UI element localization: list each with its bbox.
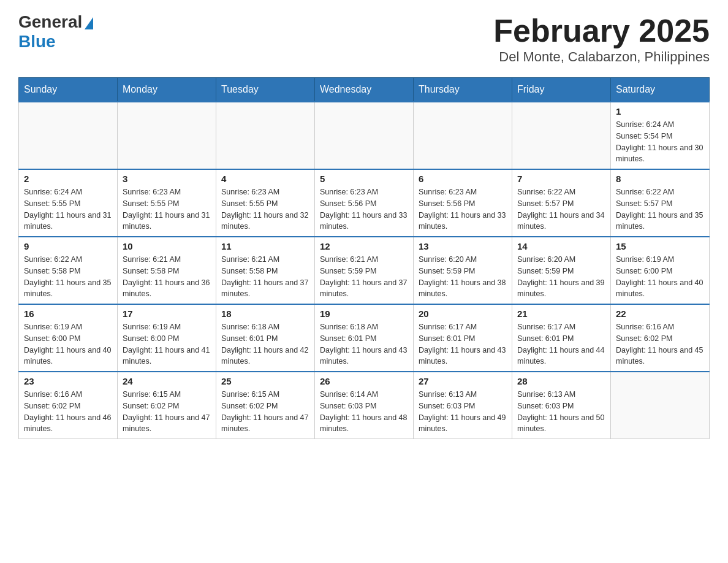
day-number: 3 <box>123 174 211 184</box>
table-row: 19Sunrise: 6:18 AM Sunset: 6:01 PM Dayli… <box>315 304 414 372</box>
day-info: Sunrise: 6:16 AM Sunset: 6:02 PM Dayligh… <box>616 321 704 367</box>
table-row: 1Sunrise: 6:24 AM Sunset: 5:54 PM Daylig… <box>611 102 710 169</box>
table-row: 26Sunrise: 6:14 AM Sunset: 6:03 PM Dayli… <box>315 372 414 439</box>
day-info: Sunrise: 6:21 AM Sunset: 5:58 PM Dayligh… <box>221 254 309 300</box>
table-row: 20Sunrise: 6:17 AM Sunset: 6:01 PM Dayli… <box>414 304 512 372</box>
day-number: 17 <box>123 308 211 319</box>
col-tuesday: Tuesday <box>216 78 315 102</box>
day-number: 6 <box>419 174 507 184</box>
table-row: 3Sunrise: 6:23 AM Sunset: 5:55 PM Daylig… <box>118 169 216 237</box>
col-saturday: Saturday <box>611 78 710 102</box>
day-number: 5 <box>320 174 408 184</box>
table-row <box>216 102 315 169</box>
day-number: 28 <box>517 376 605 386</box>
day-info: Sunrise: 6:23 AM Sunset: 5:55 PM Dayligh… <box>123 186 211 232</box>
table-row: 17Sunrise: 6:19 AM Sunset: 6:00 PM Dayli… <box>118 304 216 372</box>
day-info: Sunrise: 6:18 AM Sunset: 6:01 PM Dayligh… <box>320 321 408 367</box>
table-row: 27Sunrise: 6:13 AM Sunset: 6:03 PM Dayli… <box>414 372 512 439</box>
table-row <box>611 372 710 439</box>
day-number: 11 <box>221 241 309 251</box>
calendar-table: Sunday Monday Tuesday Wednesday Thursday… <box>18 77 710 439</box>
table-row: 25Sunrise: 6:15 AM Sunset: 6:02 PM Dayli… <box>216 372 315 439</box>
table-row <box>118 102 216 169</box>
calendar-week-row: 9Sunrise: 6:22 AM Sunset: 5:58 PM Daylig… <box>19 237 710 304</box>
table-row: 14Sunrise: 6:20 AM Sunset: 5:59 PM Dayli… <box>512 237 611 304</box>
day-info: Sunrise: 6:20 AM Sunset: 5:59 PM Dayligh… <box>419 254 507 300</box>
day-info: Sunrise: 6:17 AM Sunset: 6:01 PM Dayligh… <box>517 321 605 367</box>
table-row <box>414 102 512 169</box>
day-info: Sunrise: 6:23 AM Sunset: 5:56 PM Dayligh… <box>320 186 408 232</box>
table-row: 4Sunrise: 6:23 AM Sunset: 5:55 PM Daylig… <box>216 169 315 237</box>
table-row: 28Sunrise: 6:13 AM Sunset: 6:03 PM Dayli… <box>512 372 611 439</box>
calendar-week-row: 23Sunrise: 6:16 AM Sunset: 6:02 PM Dayli… <box>19 372 710 439</box>
day-number: 18 <box>221 308 309 319</box>
page-title: February 2025 <box>493 12 710 49</box>
table-row <box>512 102 611 169</box>
day-number: 2 <box>24 174 112 184</box>
day-number: 15 <box>616 241 704 251</box>
table-row: 13Sunrise: 6:20 AM Sunset: 5:59 PM Dayli… <box>414 237 512 304</box>
day-number: 27 <box>419 376 507 386</box>
table-row: 23Sunrise: 6:16 AM Sunset: 6:02 PM Dayli… <box>19 372 118 439</box>
day-number: 22 <box>616 308 704 319</box>
day-number: 13 <box>419 241 507 251</box>
day-number: 9 <box>24 241 112 251</box>
table-row: 12Sunrise: 6:21 AM Sunset: 5:59 PM Dayli… <box>315 237 414 304</box>
table-row: 16Sunrise: 6:19 AM Sunset: 6:00 PM Dayli… <box>19 304 118 372</box>
day-number: 19 <box>320 308 408 319</box>
table-row: 2Sunrise: 6:24 AM Sunset: 5:55 PM Daylig… <box>19 169 118 237</box>
day-number: 7 <box>517 174 605 184</box>
day-info: Sunrise: 6:15 AM Sunset: 6:02 PM Dayligh… <box>123 389 211 435</box>
table-row: 7Sunrise: 6:22 AM Sunset: 5:57 PM Daylig… <box>512 169 611 237</box>
day-info: Sunrise: 6:17 AM Sunset: 6:01 PM Dayligh… <box>419 321 507 367</box>
page-header: General Blue February 2025 Del Monte, Ca… <box>18 12 710 65</box>
day-info: Sunrise: 6:23 AM Sunset: 5:55 PM Dayligh… <box>221 186 309 232</box>
col-sunday: Sunday <box>19 78 118 102</box>
table-row <box>315 102 414 169</box>
calendar-week-row: 2Sunrise: 6:24 AM Sunset: 5:55 PM Daylig… <box>19 169 710 237</box>
col-wednesday: Wednesday <box>315 78 414 102</box>
day-number: 24 <box>123 376 211 386</box>
calendar-header-row: Sunday Monday Tuesday Wednesday Thursday… <box>19 78 710 102</box>
table-row: 10Sunrise: 6:21 AM Sunset: 5:58 PM Dayli… <box>118 237 216 304</box>
day-info: Sunrise: 6:24 AM Sunset: 5:55 PM Dayligh… <box>24 186 112 232</box>
day-info: Sunrise: 6:22 AM Sunset: 5:57 PM Dayligh… <box>517 186 605 232</box>
title-section: February 2025 Del Monte, Calabarzon, Phi… <box>493 12 710 65</box>
logo-blue-text: Blue <box>18 32 56 52</box>
day-info: Sunrise: 6:13 AM Sunset: 6:03 PM Dayligh… <box>517 389 605 435</box>
day-info: Sunrise: 6:23 AM Sunset: 5:56 PM Dayligh… <box>419 186 507 232</box>
table-row <box>19 102 118 169</box>
table-row: 24Sunrise: 6:15 AM Sunset: 6:02 PM Dayli… <box>118 372 216 439</box>
logo-triangle-icon <box>85 17 93 29</box>
day-info: Sunrise: 6:16 AM Sunset: 6:02 PM Dayligh… <box>24 389 112 435</box>
table-row: 9Sunrise: 6:22 AM Sunset: 5:58 PM Daylig… <box>19 237 118 304</box>
day-number: 16 <box>24 308 112 319</box>
table-row: 6Sunrise: 6:23 AM Sunset: 5:56 PM Daylig… <box>414 169 512 237</box>
logo: General Blue <box>18 12 93 52</box>
day-info: Sunrise: 6:22 AM Sunset: 5:57 PM Dayligh… <box>616 186 704 232</box>
calendar-week-row: 1Sunrise: 6:24 AM Sunset: 5:54 PM Daylig… <box>19 102 710 169</box>
col-thursday: Thursday <box>414 78 512 102</box>
day-number: 26 <box>320 376 408 386</box>
day-info: Sunrise: 6:21 AM Sunset: 5:59 PM Dayligh… <box>320 254 408 300</box>
day-number: 21 <box>517 308 605 319</box>
table-row: 11Sunrise: 6:21 AM Sunset: 5:58 PM Dayli… <box>216 237 315 304</box>
day-number: 1 <box>616 106 704 117</box>
day-info: Sunrise: 6:22 AM Sunset: 5:58 PM Dayligh… <box>24 254 112 300</box>
table-row: 21Sunrise: 6:17 AM Sunset: 6:01 PM Dayli… <box>512 304 611 372</box>
table-row: 15Sunrise: 6:19 AM Sunset: 6:00 PM Dayli… <box>611 237 710 304</box>
day-number: 20 <box>419 308 507 319</box>
logo-general-text: General <box>18 12 82 32</box>
day-number: 12 <box>320 241 408 251</box>
col-monday: Monday <box>118 78 216 102</box>
day-info: Sunrise: 6:19 AM Sunset: 6:00 PM Dayligh… <box>616 254 704 300</box>
day-number: 10 <box>123 241 211 251</box>
calendar-week-row: 16Sunrise: 6:19 AM Sunset: 6:00 PM Dayli… <box>19 304 710 372</box>
table-row: 8Sunrise: 6:22 AM Sunset: 5:57 PM Daylig… <box>611 169 710 237</box>
page-subtitle: Del Monte, Calabarzon, Philippines <box>493 49 710 65</box>
day-number: 14 <box>517 241 605 251</box>
table-row: 22Sunrise: 6:16 AM Sunset: 6:02 PM Dayli… <box>611 304 710 372</box>
day-info: Sunrise: 6:19 AM Sunset: 6:00 PM Dayligh… <box>24 321 112 367</box>
day-info: Sunrise: 6:14 AM Sunset: 6:03 PM Dayligh… <box>320 389 408 435</box>
day-info: Sunrise: 6:20 AM Sunset: 5:59 PM Dayligh… <box>517 254 605 300</box>
